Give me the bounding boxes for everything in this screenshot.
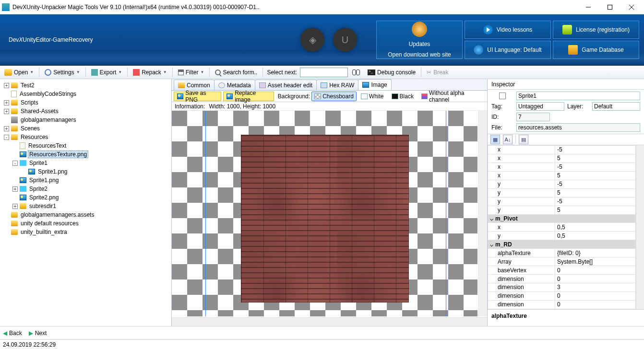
tree-node[interactable]: +Scripts (3, 98, 171, 107)
f-icon (11, 134, 18, 140)
property-row[interactable]: x0,5 (488, 223, 636, 232)
tag-input[interactable] (516, 102, 564, 111)
property-category[interactable]: ⌵m_Pivot (488, 214, 636, 223)
find-button[interactable] (349, 67, 363, 78)
property-grid[interactable]: x-5x5x-5x5y-5y5y-5y5⌵m_Pivotx0,5y0,5⌵m_R… (488, 145, 644, 309)
tree-node[interactable]: AssemblyCodeStrings (3, 90, 171, 98)
tree-node[interactable]: unity_builtin_extra (3, 228, 171, 236)
debug-console-button[interactable]: Debug console (364, 67, 419, 78)
license-button[interactable]: License (registration) (553, 21, 639, 39)
tab-metadata[interactable]: Metadata (214, 80, 255, 90)
settings-button[interactable]: Settings▼ (41, 67, 83, 78)
replace-image-button[interactable]: Replace image (223, 92, 274, 101)
close-button[interactable] (620, 0, 642, 14)
tree-node[interactable]: +Shared-Assets (3, 107, 171, 116)
select-next-input[interactable] (300, 68, 348, 77)
tree-node-label: subresdir1 (28, 203, 57, 209)
filter-button[interactable]: Filter▼ (175, 67, 208, 78)
tree-node[interactable]: Sprite1.png (3, 176, 171, 185)
property-row[interactable]: x5 (488, 154, 636, 163)
next-button[interactable]: ▶Next (29, 330, 47, 337)
tree-node[interactable]: +subresdir1 (3, 202, 171, 210)
tree-node[interactable]: -Resources (3, 133, 171, 141)
property-row[interactable]: y-5 (488, 180, 636, 188)
tree-node[interactable]: +Sprite2 (3, 185, 171, 193)
categorized-button[interactable]: ▦ (490, 135, 500, 144)
inspector-description: alphaTexture (488, 309, 644, 326)
repack-button[interactable]: Repack▼ (130, 67, 170, 78)
property-row[interactable]: dimension0 (488, 300, 636, 309)
property-row[interactable]: x-5 (488, 163, 636, 171)
propgrid-scrollbar[interactable] (636, 145, 644, 309)
img-icon (28, 169, 35, 174)
inspector-title: Inspector (488, 79, 644, 90)
tab-common[interactable]: Common (174, 80, 215, 90)
img-icon (20, 151, 26, 157)
layer-input[interactable] (592, 102, 640, 111)
property-row[interactable]: x5 (488, 171, 636, 180)
image-icon (362, 82, 369, 88)
expand-toggle[interactable]: + (4, 83, 9, 88)
tree-node[interactable]: ResourcesTexture.png (3, 150, 171, 159)
maximize-button[interactable] (599, 0, 620, 14)
back-button[interactable]: ◀Back (3, 330, 22, 337)
search-form-button[interactable]: Search form.. (212, 67, 261, 78)
bg-white-button[interactable]: White (358, 92, 387, 101)
property-row[interactable]: y0,5 (488, 232, 636, 240)
tree-node-label: Sprite1.png (28, 177, 60, 184)
tab-image[interactable]: Image (358, 79, 391, 90)
property-row[interactable]: y5 (488, 188, 636, 197)
expand-toggle[interactable]: + (4, 109, 9, 114)
property-row[interactable]: ArraySystem.Byte[] (488, 257, 636, 266)
object-enabled-checkbox[interactable] (499, 93, 506, 99)
bg-black-button[interactable]: Black (389, 92, 417, 101)
object-name-input[interactable] (516, 92, 640, 100)
language-button[interactable]: UI Language: Default (465, 41, 551, 59)
tree-node[interactable]: +Scenes (3, 124, 171, 133)
expand-toggle[interactable]: + (4, 126, 9, 131)
save-png-button[interactable]: Save as PNG (174, 92, 221, 101)
property-row[interactable]: alphaTexture{fileID: 0} (488, 249, 636, 257)
tree-node[interactable]: Sprite2.png (3, 193, 171, 202)
expand-toggle[interactable]: - (4, 135, 9, 140)
property-row[interactable]: dimension0 (488, 275, 636, 283)
tab-asset-header[interactable]: Asset header edit (255, 80, 317, 90)
tab-hex[interactable]: Hex RAW (316, 80, 358, 90)
property-category[interactable]: ⌵m_RD (488, 240, 636, 249)
property-pages-button[interactable]: ▤ (519, 135, 528, 144)
vertical-scrollbar[interactable] (478, 111, 487, 316)
expand-toggle[interactable]: + (4, 100, 9, 105)
property-row[interactable]: y5 (488, 206, 636, 214)
expand-toggle[interactable]: + (12, 204, 18, 209)
bg-chessboard-button[interactable]: Chessboard (311, 92, 357, 101)
export-button[interactable]: Export▼ (88, 67, 126, 78)
open-button[interactable]: Open▼ (1, 67, 37, 78)
tree-node-label: unity default resources (20, 220, 80, 227)
game-database-button[interactable]: Game Database (553, 41, 639, 59)
expand-toggle[interactable]: + (12, 186, 18, 192)
horizontal-scrollbar[interactable] (172, 317, 487, 326)
property-row[interactable]: baseVertex0 (488, 266, 636, 275)
tree-node[interactable]: -Sprite1 (3, 159, 171, 167)
tree-node-label: globalgamemanagers (20, 116, 77, 123)
bg-noalpha-button[interactable]: Without alpha channel (418, 92, 485, 101)
tree-node[interactable]: globalgamemanagers (3, 116, 171, 124)
property-row[interactable]: y-5 (488, 197, 636, 206)
asset-tree[interactable]: +Test2AssemblyCodeStrings+Scripts+Shared… (0, 79, 171, 326)
property-row[interactable]: dimension0 (488, 291, 636, 300)
tree-node[interactable]: Sprite1.png (3, 167, 171, 176)
tree-node[interactable]: globalgamemanagers.assets (3, 210, 171, 219)
property-row[interactable]: x-5 (488, 146, 636, 154)
minimize-button[interactable] (577, 0, 599, 14)
break-button[interactable]: ✂Break (423, 67, 452, 78)
alphabetical-button[interactable]: A↓ (503, 135, 513, 144)
updates-button[interactable]: UpdatesOpen download web site (376, 21, 463, 59)
tree-node[interactable]: +Test2 (3, 81, 171, 90)
expand-toggle[interactable]: - (12, 161, 18, 166)
image-viewport[interactable] (172, 111, 487, 326)
property-row[interactable]: dimension3 (488, 283, 636, 292)
tree-node[interactable]: unity default resources (3, 219, 171, 228)
video-lessons-button[interactable]: Video lessons (465, 21, 551, 39)
image-icon (177, 93, 183, 99)
tree-node[interactable]: ResourcesText (3, 141, 171, 150)
